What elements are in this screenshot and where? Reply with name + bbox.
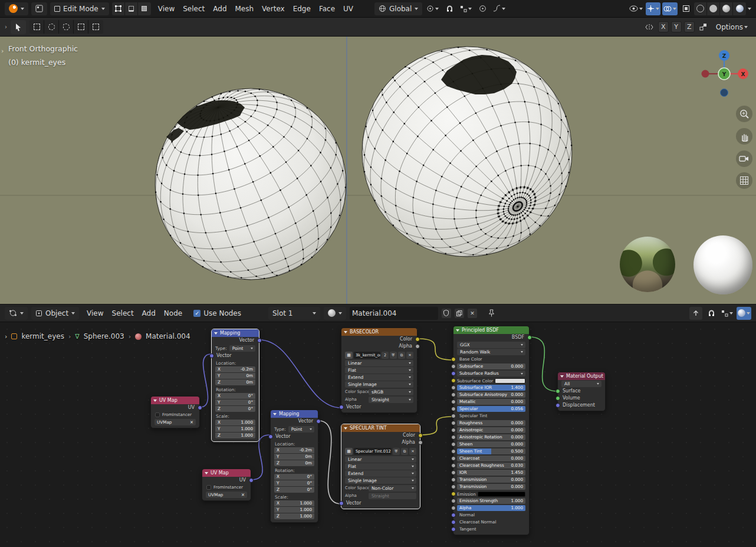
expand-arrow-icon[interactable]: › — [5, 24, 7, 30]
menu-add-shader[interactable]: Add — [138, 307, 160, 319]
navigation-gizmo[interactable]: Z X Y — [699, 48, 750, 99]
pivot-point-selector[interactable] — [425, 2, 440, 15]
camera-view-button[interactable] — [736, 150, 752, 167]
socket-alpha-output[interactable] — [418, 440, 423, 445]
vertex-select-button[interactable] — [112, 2, 125, 15]
image-icon[interactable]: ▦ — [345, 352, 353, 359]
snap-settings[interactable] — [459, 2, 473, 15]
menu-select[interactable]: Select — [179, 3, 209, 15]
edge-select-button[interactable] — [125, 2, 138, 15]
socket-color-output[interactable] — [415, 337, 420, 342]
show-gizmos-toggle[interactable] — [646, 2, 660, 15]
socket-sheen[interactable] — [451, 442, 456, 447]
socket-ior[interactable] — [451, 470, 456, 475]
field-transmission[interactable]: Transmission0.000 — [457, 477, 525, 483]
socket-anisotropic-rotation[interactable] — [451, 435, 456, 440]
distribution-selector[interactable]: GGX — [457, 342, 525, 348]
fake-user-shield-icon[interactable]: ⛨ — [393, 448, 400, 455]
clear-icon[interactable]: ✕ — [241, 492, 245, 497]
use-nodes-toggle[interactable]: ✓ Use Nodes — [193, 309, 241, 317]
alpha-mode-selector[interactable]: Straight — [369, 397, 413, 403]
socket-uv-output[interactable] — [198, 405, 202, 410]
image-name[interactable]: Specular Tint.012 — [354, 448, 392, 455]
socket-specular[interactable] — [451, 407, 456, 411]
projection-selector[interactable]: Flat — [345, 463, 416, 470]
node-header[interactable]: Mapping — [212, 329, 259, 337]
vector-field-z[interactable]: Z1.000 — [274, 513, 314, 519]
socket-clearcoat-roughness[interactable] — [451, 463, 456, 468]
socket-emission-strength[interactable] — [451, 499, 456, 503]
socket-alpha-output[interactable] — [415, 344, 420, 349]
field-subsurface[interactable]: Subsurface0.000 — [457, 363, 525, 369]
node-header[interactable]: Mapping — [271, 410, 318, 418]
toggle-grid-button[interactable] — [736, 172, 752, 189]
field-roughness[interactable]: Roughness0.000 — [457, 420, 525, 426]
zoom-tool-button[interactable] — [736, 106, 752, 122]
projection-selector[interactable]: Flat — [345, 367, 413, 374]
field-clearcoat-roughness[interactable]: Clearcoat Roughness0.030 — [457, 463, 525, 469]
node-mapping[interactable]: Mapping Vector Type:Point Vector Locatio… — [270, 410, 318, 523]
editor-type-button-shader[interactable] — [5, 307, 28, 320]
show-overlays-toggle[interactable] — [662, 2, 678, 15]
collapse-icon[interactable] — [205, 472, 208, 474]
face-select-button[interactable] — [138, 2, 151, 15]
node-image-texture-specular-tint[interactable]: SPECULAR TINT Color Alpha ▦ Specular Tin… — [341, 424, 420, 509]
socket-metallic[interactable] — [451, 399, 456, 404]
vector-field-z[interactable]: Z1.000 — [215, 433, 255, 438]
vector-field-x[interactable]: X0° — [215, 393, 255, 399]
field-subsurface-anisotropy[interactable]: Subsurface Anisotropy0.000 — [457, 392, 525, 398]
field-anisotropic[interactable]: Anisotropic0.000 — [457, 427, 525, 433]
socket-bsdf-output[interactable] — [527, 335, 532, 340]
socket-subsurface-radius[interactable] — [451, 371, 456, 376]
node-mapping[interactable]: Mapping Vector Type:Point Vector Locatio… — [211, 329, 259, 442]
node-header[interactable]: Material Output — [558, 372, 605, 380]
vector-field-x[interactable]: X-0.2m — [274, 447, 314, 453]
node-principled-bsdf[interactable]: Principled BSDF BSDF GGX Random Walk Bas… — [453, 326, 530, 535]
mode-selector[interactable]: Edit Mode — [50, 2, 109, 15]
node-snap-toggle[interactable] — [705, 307, 718, 320]
from-instancer-checkbox[interactable]: FromInstancer — [151, 411, 199, 418]
field-ior[interactable]: IOR1.450 — [457, 470, 525, 476]
vector-field-y[interactable]: Y0° — [215, 399, 255, 405]
socket-anisotropic[interactable] — [451, 428, 456, 433]
mirror-z-button[interactable]: Z — [684, 21, 695, 32]
uvmap-selector[interactable]: UVMap✕ — [206, 492, 247, 498]
collapse-icon[interactable] — [344, 331, 347, 333]
field-clearcoat[interactable]: Clearcoat0.000 — [457, 456, 525, 461]
snap-widget-button[interactable] — [697, 21, 710, 34]
extension-selector[interactable]: Extend — [345, 374, 413, 381]
socket-normal[interactable] — [451, 513, 456, 517]
field-anisotropic-rotation[interactable]: Anisotropic Rotation0.000 — [457, 434, 525, 440]
editor-type-button[interactable] — [31, 2, 47, 15]
socket-base-color[interactable] — [451, 357, 456, 362]
field-sheen-tint[interactable]: Sheen Tint0.500 — [457, 448, 525, 454]
mirror-toggle[interactable] — [643, 21, 656, 34]
alpha-mode-selector[interactable]: Straight — [369, 493, 416, 499]
socket-specular-tint[interactable] — [451, 414, 456, 418]
socket-sheen-tint[interactable] — [451, 449, 456, 454]
pan-tool-button[interactable] — [736, 128, 752, 145]
field-specular[interactable]: Specular0.056 — [457, 406, 525, 412]
field-subsurface-ior[interactable]: Subsurface IOR1.400 — [457, 385, 525, 391]
colorspace-selector[interactable]: Non-Color — [369, 485, 416, 492]
node-header[interactable]: UV Map — [151, 397, 199, 404]
socket-subsurface-ior[interactable] — [451, 385, 456, 390]
field-sheen[interactable]: Sheen0.000 — [457, 441, 525, 447]
node-header[interactable]: BASECOLOR — [341, 328, 417, 336]
tweak-tool-button[interactable] — [11, 20, 26, 34]
new-image-icon[interactable]: ⧉ — [401, 448, 408, 455]
mapping-type-selector[interactable]: Point — [229, 345, 255, 352]
socket-uv-output[interactable] — [249, 478, 254, 483]
socket-clearcoat[interactable] — [451, 456, 456, 461]
node-image-texture-basecolor[interactable]: BASECOLOR Color Alpha ▦ 3k_kermit_og... … — [341, 327, 418, 413]
options-menu[interactable]: Options — [712, 21, 751, 34]
unlink-material-button[interactable]: ✕ — [468, 309, 477, 318]
mirror-y-button[interactable]: Y — [671, 21, 682, 32]
vector-field-x[interactable]: X0° — [274, 474, 314, 480]
source-selector[interactable]: Single Image — [345, 477, 416, 484]
parent-node-tree-button[interactable] — [689, 307, 702, 320]
preview-shading-button[interactable] — [737, 307, 751, 320]
collapse-icon[interactable] — [273, 413, 277, 415]
vector-field-y[interactable]: Y0m — [215, 373, 255, 379]
node-header[interactable]: SPECULAR TINT — [341, 424, 420, 432]
